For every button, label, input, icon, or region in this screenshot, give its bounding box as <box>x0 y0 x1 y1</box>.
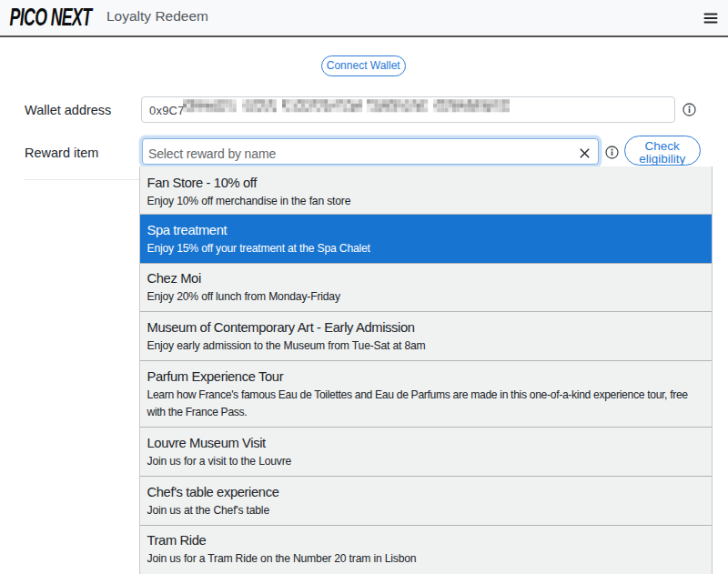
svg-text:PICO NEXT: PICO NEXT <box>10 2 94 31</box>
